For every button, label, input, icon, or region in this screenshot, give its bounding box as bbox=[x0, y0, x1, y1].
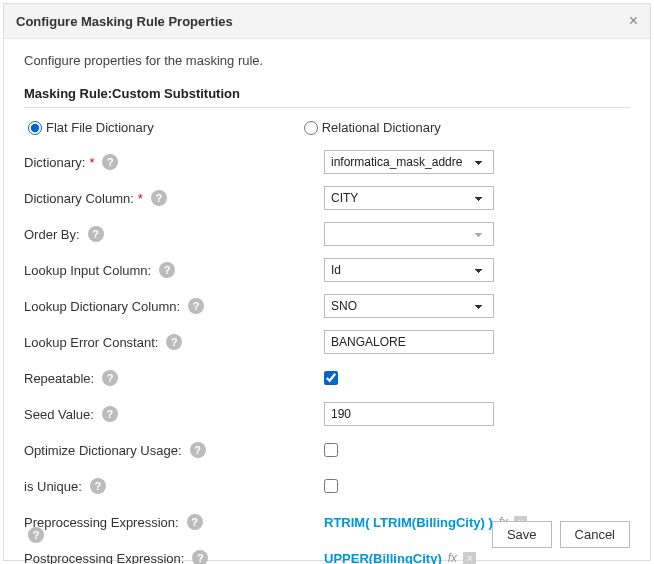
dictionary-column-row: Dictionary Column: * ? CITY bbox=[24, 185, 630, 211]
help-icon[interactable]: ? bbox=[88, 226, 104, 242]
dialog-subtitle: Configure properties for the masking rul… bbox=[24, 53, 630, 68]
postprocessing-expression-label: Postprocessing Expression: bbox=[24, 551, 184, 565]
dictionary-select[interactable]: informatica_mask_addre bbox=[324, 150, 494, 174]
dictionary-label: Dictionary: bbox=[24, 155, 85, 170]
dictionary-row: Dictionary: * ? informatica_mask_addre bbox=[24, 149, 630, 175]
seed-value-input[interactable] bbox=[324, 402, 494, 426]
seed-value-label: Seed Value: bbox=[24, 407, 94, 422]
help-icon[interactable]: ? bbox=[90, 478, 106, 494]
repeatable-label: Repeatable: bbox=[24, 371, 94, 386]
relational-dictionary-radio-label[interactable]: Relational Dictionary bbox=[304, 120, 441, 135]
help-icon[interactable]: ? bbox=[190, 442, 206, 458]
lookup-input-column-row: Lookup Input Column: ? Id bbox=[24, 257, 630, 283]
flat-file-dictionary-radio-label[interactable]: Flat File Dictionary bbox=[28, 120, 154, 135]
dictionary-column-select[interactable]: CITY bbox=[324, 186, 494, 210]
dialog-title: Configure Masking Rule Properties bbox=[16, 14, 233, 29]
is-unique-checkbox[interactable] bbox=[324, 479, 338, 493]
lookup-error-constant-input[interactable] bbox=[324, 330, 494, 354]
save-button[interactable]: Save bbox=[492, 521, 552, 548]
lookup-dictionary-column-select[interactable]: SNO bbox=[324, 294, 494, 318]
lookup-error-constant-label: Lookup Error Constant: bbox=[24, 335, 158, 350]
dictionary-column-label: Dictionary Column: bbox=[24, 191, 134, 206]
postprocessing-expression-link[interactable]: UPPER(BillingCity) bbox=[324, 551, 442, 565]
dictionary-type-row: Flat File Dictionary Relational Dictiona… bbox=[24, 120, 630, 135]
footer-buttons: Save Cancel bbox=[492, 521, 630, 548]
help-icon[interactable]: ? bbox=[102, 154, 118, 170]
order-by-label: Order By: bbox=[24, 227, 80, 242]
flat-file-dictionary-radio[interactable] bbox=[28, 121, 42, 135]
help-icon[interactable]: ? bbox=[166, 334, 182, 350]
help-icon[interactable]: ? bbox=[102, 406, 118, 422]
help-icon[interactable]: ? bbox=[192, 550, 208, 564]
section-title: Masking Rule:Custom Substitution bbox=[24, 86, 630, 101]
help-icon[interactable]: ? bbox=[102, 370, 118, 386]
fx-icon[interactable]: fx bbox=[448, 551, 457, 564]
flat-file-dictionary-label: Flat File Dictionary bbox=[46, 120, 154, 135]
section-divider bbox=[24, 107, 630, 108]
dialog-body: Configure properties for the masking rul… bbox=[4, 39, 650, 564]
is-unique-label: is Unique: bbox=[24, 479, 82, 494]
order-by-row: Order By: ? bbox=[24, 221, 630, 247]
lookup-dictionary-column-label: Lookup Dictionary Column: bbox=[24, 299, 180, 314]
required-asterisk: * bbox=[89, 155, 94, 170]
optimize-dictionary-usage-label: Optimize Dictionary Usage: bbox=[24, 443, 182, 458]
lookup-error-constant-row: Lookup Error Constant: ? bbox=[24, 329, 630, 355]
close-icon[interactable]: × bbox=[629, 12, 638, 30]
help-icon[interactable]: ? bbox=[159, 262, 175, 278]
lookup-input-column-label: Lookup Input Column: bbox=[24, 263, 151, 278]
cancel-button[interactable]: Cancel bbox=[560, 521, 630, 548]
repeatable-checkbox[interactable] bbox=[324, 371, 338, 385]
lookup-input-column-select[interactable]: Id bbox=[324, 258, 494, 282]
lookup-dictionary-column-row: Lookup Dictionary Column: ? SNO bbox=[24, 293, 630, 319]
optimize-dictionary-usage-checkbox[interactable] bbox=[324, 443, 338, 457]
relational-dictionary-radio[interactable] bbox=[304, 121, 318, 135]
is-unique-row: is Unique: ? bbox=[24, 473, 630, 499]
optimize-dictionary-usage-row: Optimize Dictionary Usage: ? bbox=[24, 437, 630, 463]
required-asterisk: * bbox=[138, 191, 143, 206]
dialog-header: Configure Masking Rule Properties × bbox=[4, 4, 650, 39]
help-icon[interactable]: ? bbox=[188, 298, 204, 314]
help-icon[interactable]: ? bbox=[151, 190, 167, 206]
dialog-footer: ? Save Cancel bbox=[24, 521, 630, 548]
repeatable-row: Repeatable: ? bbox=[24, 365, 630, 391]
order-by-select[interactable] bbox=[324, 222, 494, 246]
seed-value-row: Seed Value: ? bbox=[24, 401, 630, 427]
configure-masking-rule-dialog: Configure Masking Rule Properties × Conf… bbox=[3, 3, 651, 561]
clear-icon[interactable]: × bbox=[463, 552, 476, 565]
relational-dictionary-label: Relational Dictionary bbox=[322, 120, 441, 135]
help-icon[interactable]: ? bbox=[28, 527, 44, 543]
